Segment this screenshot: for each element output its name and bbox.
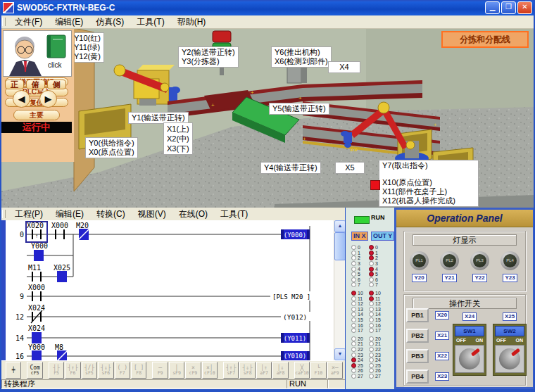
io-row: 77	[351, 282, 386, 288]
vertical-scrollbar[interactable]: ▲ ▼	[334, 220, 345, 360]
out-led	[369, 341, 374, 346]
view-button-侧[interactable]: 侧	[47, 80, 66, 89]
out-led	[369, 353, 374, 358]
toolbar-button-cF10[interactable]: ×│cF10	[202, 362, 218, 379]
close-button[interactable]: ✕	[517, 1, 532, 14]
in-led	[351, 328, 356, 333]
rotate-left-button[interactable]: ◀	[13, 90, 30, 108]
ladder-menu-item[interactable]: 在线(O)	[172, 208, 214, 221]
toolbar-button-aF9[interactable]: ×─aF9	[327, 362, 343, 379]
run-status-banner: 运行中	[1, 122, 72, 133]
io-row: 11	[351, 251, 386, 256]
title-bar[interactable]: SWOD5C-FXTRN-BEG-C ▁ ❐ ✕	[0, 0, 535, 15]
menu-item[interactable]: 帮助(H)	[171, 15, 213, 29]
out-led	[369, 368, 374, 373]
toolbar-button-aF7[interactable]: │⇑aF7	[256, 362, 272, 379]
menu-item[interactable]: 工具(T)	[130, 15, 170, 29]
toolbar-button-sF8[interactable]: ┤⇓├sF8	[239, 362, 255, 379]
output-y011-active[interactable]: (Y011)	[281, 333, 310, 343]
svg-text:X024: X024	[28, 324, 45, 332]
minimize-button[interactable]: ▁	[485, 1, 500, 14]
toolbar-button-F7[interactable]: ( )F7	[115, 362, 130, 379]
output-pls-m20[interactable]: [PLS M20 ]	[270, 291, 311, 301]
knob-pointer	[471, 348, 480, 357]
ladder-menu-item[interactable]: 工程(P)	[8, 208, 49, 221]
in-led	[351, 312, 356, 317]
lamp-PL3: PL3	[470, 251, 489, 270]
view-button-俯[interactable]: 俯	[26, 80, 45, 89]
label-y2-y3: Y2(输送带正转)Y3(分拣器)	[178, 46, 239, 68]
toolbar-button-cF9[interactable]: ×cF9	[185, 362, 201, 379]
rotary-knob-SW2[interactable]	[495, 345, 524, 373]
rotary-knob-SW1[interactable]	[455, 345, 484, 373]
scroll-up-arrow[interactable]: ▲	[334, 220, 346, 232]
view-button-正[interactable]: 正	[5, 80, 24, 89]
ladder-editor-window: 工程(P)编辑(E)转换(C)视图(V)在线(O)工具(T) 0 9 12 14…	[0, 208, 346, 389]
switch-unit: X25SW2OFFON	[493, 312, 527, 376]
svg-text:(Y012): (Y012)	[283, 313, 307, 321]
menu-item[interactable]: 文件(F)	[8, 15, 49, 29]
toolbar-button-sF9[interactable]: │sF9	[169, 362, 184, 379]
operation-panel-title: Operation Panel	[396, 210, 533, 227]
toolbar-button-sF6[interactable]: ┤↓├sF6	[98, 362, 113, 379]
button-PB3[interactable]: PB3	[406, 349, 429, 363]
io-row: 1717	[351, 328, 386, 334]
rotate-right-button[interactable]: ▶	[39, 90, 57, 108]
instructor-image[interactable]: click	[3, 30, 72, 77]
out-led	[369, 336, 374, 341]
in-led	[351, 323, 356, 328]
lamp-tag: Y20	[412, 274, 426, 282]
toolbar-button-F5[interactable]: ┤├F5	[49, 362, 64, 379]
out-led	[369, 251, 374, 255]
ladder-menu-item[interactable]: 工具(T)	[214, 208, 254, 221]
button-PB1[interactable]: PB1	[406, 308, 429, 322]
io-row: 2424	[351, 358, 386, 363]
io-row: 2727	[351, 374, 386, 379]
ladder-menu-item[interactable]: 视图(V)	[132, 208, 172, 221]
out-led	[369, 291, 374, 296]
toolbar-button-cF5[interactable]: ComcF5	[27, 362, 42, 379]
ladder-menu-bar: 工程(P)编辑(E)转换(C)视图(V)在线(O)工具(T)	[0, 208, 344, 221]
menu-item[interactable]: 仿真(S)	[89, 15, 130, 29]
toolbar-button-aF8[interactable]: │⇓aF8	[272, 362, 288, 379]
svg-text:+: +	[434, 122, 437, 128]
toolbar-button-F10[interactable]: └F10	[310, 362, 326, 379]
label-tower-lamps: Y10(红)Y11(绿)Y12(黄)	[70, 32, 104, 63]
toolbar-button-caF10[interactable]: ╳caF10	[294, 362, 310, 379]
in-led	[351, 272, 356, 277]
menu-item[interactable]: 编辑(E)	[49, 15, 89, 29]
scroll-down-arrow[interactable]: ▼	[334, 348, 346, 360]
toolbar-button-sF7[interactable]: ┤⇑├sF7	[223, 362, 239, 379]
svg-text:M11: M11	[28, 264, 41, 272]
button-PB2[interactable]: PB2	[406, 329, 429, 343]
toolbar-button-F6[interactable]: ┤↑├F6	[65, 362, 80, 379]
maximize-button[interactable]: ❐	[501, 1, 516, 14]
in-led	[351, 374, 356, 379]
output-y010-active[interactable]: (Y010)	[281, 351, 310, 360]
output-y000-active[interactable]: (Y000)	[281, 229, 310, 239]
ladder-menu-item[interactable]: 编辑(E)	[49, 208, 90, 221]
toolbar-button-mode[interactable]: ╪	[6, 362, 21, 379]
status-spare	[327, 379, 346, 388]
io-row: 2121	[351, 341, 386, 347]
step-number: 16	[15, 353, 24, 360]
ladder-canvas[interactable]: 0 9 12 14 16 ↑ X020 X000 M20	[0, 220, 345, 360]
in-led	[351, 261, 356, 266]
out-led	[369, 301, 374, 306]
toolbar-button-F8[interactable]: [ ]F8	[131, 362, 146, 379]
application-window: SWOD5C-FXTRN-BEG-C ▁ ❐ ✕ 文件(F)编辑(E)仿真(S)…	[0, 0, 535, 392]
toolbar-button-F9[interactable]: ─F9	[152, 362, 168, 379]
io-row: 44	[351, 266, 386, 272]
toolbar-button-sF5[interactable]: ┤/├sF5	[82, 362, 97, 379]
pb-tag: X21	[435, 331, 449, 340]
button-PB4[interactable]: PB4	[406, 369, 429, 384]
svg-text:X020: X020	[27, 222, 44, 229]
off-on-labels: OFFON	[495, 336, 524, 344]
window-edge	[0, 220, 6, 360]
main-view-button[interactable]: 主要	[13, 110, 60, 120]
scroll-thumb[interactable]	[334, 232, 346, 260]
ladder-menu-item[interactable]: 转换(C)	[90, 208, 132, 221]
output-y012[interactable]: (Y012)	[281, 312, 310, 321]
run-led-label: RUN	[371, 214, 385, 221]
lamp-unit: PL1Y20	[410, 251, 429, 282]
